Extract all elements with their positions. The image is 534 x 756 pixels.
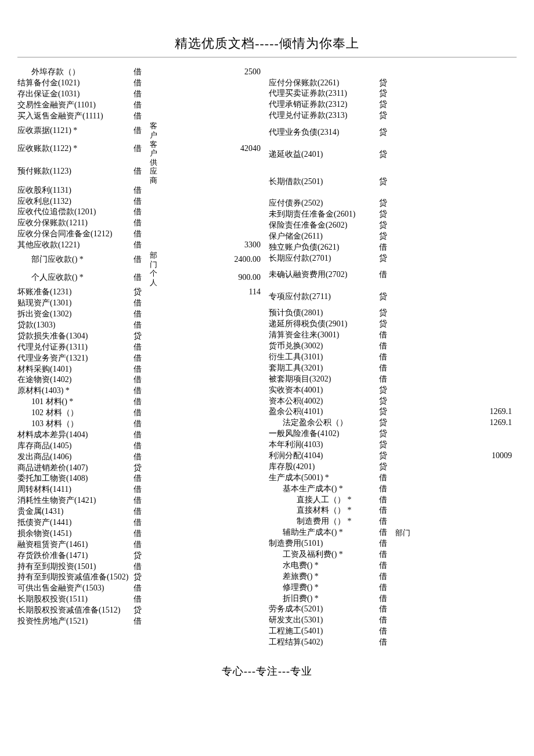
account-label: 独立账户负债(2621) <box>269 242 379 253</box>
account-row: 应收票据(1121) *借客 户 <box>17 121 265 139</box>
debit-credit: 贷 <box>379 220 395 231</box>
debit-credit: 借 <box>379 604 395 615</box>
account-label: 部门应收款() * <box>17 254 134 265</box>
account-label: 存货跌价准备(1471) <box>17 550 134 561</box>
account-label: 101 材料() * <box>17 397 134 408</box>
account-label: 坏账准备(1231) <box>17 287 134 298</box>
account-label: 修理费() * <box>269 582 379 593</box>
account-label: 应收利息(1132) <box>17 196 134 207</box>
account-row: 实收资本(4001)贷 <box>269 385 517 396</box>
account-row: 抵债资产(1441)借 <box>17 517 265 528</box>
debit-credit: 借 <box>134 272 150 283</box>
account-row: 商品进销差价(1407)贷 <box>17 463 265 474</box>
debit-credit: 借 <box>134 111 150 122</box>
account-label: 清算资金往来(3001) <box>269 330 379 341</box>
account-row: 消耗性生物资产(1421)借 <box>17 495 265 506</box>
extra-label: 供 应 商 <box>150 158 171 185</box>
amount-value: 1269.1 <box>418 417 517 429</box>
debit-credit: 借 <box>134 408 150 419</box>
left-column: 外埠存款（）借2500结算备付金(1021)借存出保证金(1031)借交易性金融… <box>17 67 265 648</box>
page-header: 精选优质文档-----倾情为你奉上 <box>17 35 517 57</box>
account-label: 长期应付款(2701) <box>269 253 379 264</box>
account-label: 库存股(4201) <box>269 462 379 473</box>
debit-credit: 借 <box>379 582 395 593</box>
debit-credit: 贷 <box>379 177 395 188</box>
debit-credit: 贷 <box>379 385 395 396</box>
debit-credit: 借 <box>134 495 150 506</box>
extra-label: 客 户 <box>150 121 171 139</box>
debit-credit: 借 <box>134 166 150 177</box>
account-row: 制造费用(5101)借 <box>269 538 517 549</box>
debit-credit: 借 <box>134 254 150 265</box>
debit-credit: 借 <box>379 269 395 280</box>
account-label: 货币兑换(3002) <box>269 341 379 352</box>
debit-credit: 贷 <box>379 291 395 303</box>
footer-text: 专心---专注---专业 <box>222 665 312 677</box>
account-label: 基本生产成本() * <box>269 484 379 495</box>
account-label: 应收代位追偿款(1201) <box>17 207 134 218</box>
account-label: 消耗性生物资产(1421) <box>17 495 134 506</box>
account-row: 基本生产成本() *借 <box>269 484 517 495</box>
account-label: 长期借款(2501) <box>269 177 379 188</box>
account-row: 生产成本(5001) *借 <box>269 473 517 484</box>
debit-credit: 贷 <box>379 319 395 330</box>
debit-credit: 贷 <box>379 110 395 121</box>
debit-credit: 借 <box>379 637 395 648</box>
debit-credit: 贷 <box>379 440 395 451</box>
account-row: 代理业务资产(1321)借 <box>17 353 265 364</box>
debit-credit: 借 <box>134 342 150 353</box>
debit-credit: 借 <box>379 527 395 538</box>
debit-credit: 借 <box>379 549 395 560</box>
debit-credit: 借 <box>134 419 150 430</box>
account-row: 结算备付金(1021)借 <box>17 78 265 89</box>
account-label: 委托加工物资(1408) <box>17 473 134 484</box>
account-label: 衍生工具(3101) <box>269 352 379 363</box>
account-label: 结算备付金(1021) <box>17 78 134 89</box>
account-row: 清算资金往来(3001)借 <box>269 330 517 341</box>
account-row: 其他应收款(1221)借3300 <box>17 240 265 251</box>
account-row: 研发支出(5301)借 <box>269 615 517 626</box>
account-label: 工资及福利费() * <box>269 549 379 560</box>
account-label: 代理业务资产(1321) <box>17 353 134 364</box>
account-row: 递延收益(2401)贷 <box>269 143 517 165</box>
account-label: 研发支出(5301) <box>269 615 379 626</box>
account-label: 存出保证金(1031) <box>17 89 134 100</box>
debit-credit: 借 <box>134 594 150 605</box>
debit-credit: 借 <box>134 207 150 218</box>
account-row: 盈余公积(4101)贷1269.1 <box>269 406 517 417</box>
right-column: 应付分保账款(2261)贷代理买卖证券款(2311)贷代理承销证券款(2312)… <box>269 67 517 648</box>
account-row: 代理业务负债(2314)贷 <box>269 121 517 143</box>
debit-credit: 借 <box>379 505 395 516</box>
account-label: 发出商品(1406) <box>17 452 134 463</box>
extra-label: 部 门 <box>150 251 171 269</box>
debit-credit: 借 <box>379 363 395 374</box>
account-row: 101 材料() *借 <box>17 397 265 408</box>
account-row: 融资租赁资产(1461)借 <box>17 539 265 550</box>
account-label: 代理兑付证券款(2313) <box>269 110 379 121</box>
account-row: 直接材料（） *借 <box>269 505 517 516</box>
amount-value: 1269.1 <box>418 406 517 417</box>
debit-credit: 贷 <box>134 287 150 298</box>
account-row: 贷款损失准备(1304)贷 <box>17 331 265 342</box>
debit-credit: 借 <box>134 473 150 484</box>
debit-credit: 借 <box>134 229 150 240</box>
debit-credit: 借 <box>134 397 150 408</box>
account-label: 法定盈余公积（） <box>269 417 379 429</box>
debit-credit: 借 <box>134 583 150 594</box>
account-row: 发出商品(1406)借 <box>17 452 265 463</box>
debit-credit: 借 <box>134 441 150 452</box>
account-row: 委托加工物资(1408)借 <box>17 473 265 484</box>
debit-credit: 贷 <box>379 231 395 242</box>
account-label: 递延所得税负债(2901) <box>269 319 379 330</box>
account-row: 长期借款(2501)贷 <box>269 165 517 198</box>
account-row: 部门应收款() *借部 门2400.00 <box>17 251 265 269</box>
account-label: 库存商品(1405) <box>17 441 134 452</box>
account-row: 代理兑付证券款(2313)贷 <box>269 110 517 121</box>
debit-credit: 借 <box>379 593 395 604</box>
account-row: 存货跌价准备(1471)贷 <box>17 550 265 561</box>
account-label: 在途物资(1402) <box>17 375 134 386</box>
account-row: 102 材料（）借 <box>17 408 265 419</box>
account-row: 本年利润(4103)贷 <box>269 440 517 451</box>
account-row: 未到期责任准备金(2601)贷 <box>269 209 517 220</box>
account-label: 专项应付款(2711) <box>269 291 379 303</box>
